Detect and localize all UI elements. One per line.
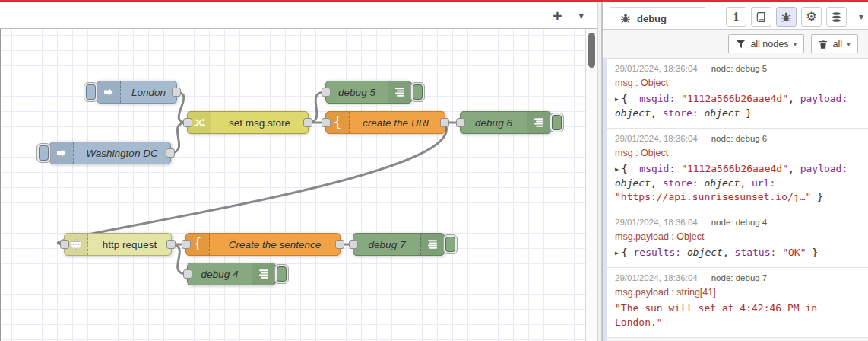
message-json[interactable]: "The sun will set at 4:42:46 PM in Londo… bbox=[615, 301, 861, 330]
json-token: , bbox=[740, 177, 752, 189]
expand-toggle-icon[interactable]: ▶ bbox=[615, 96, 619, 103]
json-token bbox=[681, 247, 687, 258]
wire-create-the-url-to-http-request[interactable] bbox=[58, 123, 446, 244]
json-token: { bbox=[622, 93, 634, 104]
debug-toggle-button[interactable] bbox=[550, 113, 564, 132]
json-token: store: bbox=[663, 177, 699, 189]
message-timestamp: 29/01/2024, 18:36:04 bbox=[615, 64, 698, 73]
info-icon[interactable]: i bbox=[726, 7, 746, 27]
output-port[interactable] bbox=[335, 240, 344, 249]
bug-icon bbox=[620, 13, 631, 24]
input-port[interactable] bbox=[182, 240, 191, 249]
filter-icon bbox=[736, 40, 746, 49]
input-port[interactable] bbox=[183, 269, 192, 279]
json-token: payload: bbox=[800, 93, 848, 104]
message-property: msg : Object bbox=[615, 78, 861, 88]
expand-toggle-icon[interactable]: ▶ bbox=[615, 250, 619, 257]
json-token: object bbox=[704, 107, 740, 119]
node-label: create the URL bbox=[350, 112, 445, 133]
debug-toggle-button[interactable] bbox=[274, 264, 289, 284]
scrollbar-thumb[interactable] bbox=[588, 33, 595, 68]
json-token: { bbox=[622, 247, 634, 258]
node-label: debug 6 bbox=[461, 112, 527, 133]
flow-list-dropdown-icon[interactable]: ▾ bbox=[577, 10, 585, 21]
message-meta: 29/01/2024, 18:36:04node: debug 6 bbox=[615, 134, 861, 143]
database-icon[interactable] bbox=[826, 7, 847, 27]
book-icon[interactable] bbox=[751, 7, 771, 27]
filter-nodes-button[interactable]: all nodes ▾ bbox=[728, 34, 804, 53]
debug-icon bbox=[252, 263, 275, 285]
message-property: msg.payload : string[41] bbox=[615, 287, 861, 298]
message-source-node: node: debug 7 bbox=[711, 273, 768, 282]
flow-node-debug-4[interactable]: debug 4 bbox=[187, 263, 276, 285]
flow-node-washington-dc[interactable]: Washington DC bbox=[49, 142, 171, 164]
debug-toggle-button[interactable] bbox=[410, 82, 425, 102]
json-token: object bbox=[615, 177, 651, 189]
filter-caret-icon: ▾ bbox=[793, 40, 797, 48]
json-token: } bbox=[811, 191, 823, 202]
input-port[interactable] bbox=[349, 240, 358, 249]
inject-button[interactable] bbox=[36, 143, 51, 163]
bug-icon[interactable] bbox=[776, 7, 797, 27]
wire-layer bbox=[1, 29, 585, 341]
message-json[interactable]: ▶{ _msgid: "1112a566b26aae4d", payload: … bbox=[615, 92, 861, 121]
json-token bbox=[675, 93, 681, 104]
json-token: object bbox=[704, 177, 740, 189]
message-source-node: node: debug 5 bbox=[711, 64, 768, 73]
flow-node-debug-5[interactable]: debug 5 bbox=[325, 81, 412, 104]
output-port[interactable] bbox=[172, 88, 181, 97]
inject-icon bbox=[50, 142, 74, 164]
debug-icon bbox=[388, 81, 411, 103]
json-token: , bbox=[651, 107, 663, 119]
flow-node-create-the-url[interactable]: {create the URL bbox=[325, 111, 445, 134]
flow-node-create-the-sentence[interactable]: {Create the sentence bbox=[185, 233, 341, 256]
input-port[interactable] bbox=[183, 118, 192, 127]
flow-node-debug-7[interactable]: debug 7 bbox=[353, 233, 445, 256]
input-port[interactable] bbox=[322, 118, 331, 127]
debug-icon bbox=[527, 112, 550, 133]
node-label: Create the sentence bbox=[210, 234, 340, 255]
flow-canvas[interactable]: LondonWashington DCset msg.store{create … bbox=[0, 29, 585, 341]
input-port[interactable] bbox=[322, 88, 331, 97]
flow-node-set-msg-store[interactable]: set msg.store bbox=[187, 111, 309, 134]
expand-toggle-icon[interactable]: ▶ bbox=[615, 166, 619, 173]
debug-toggle-button[interactable] bbox=[443, 234, 458, 254]
message-timestamp: 29/01/2024, 18:36:04 bbox=[615, 273, 698, 282]
json-token: , bbox=[723, 247, 735, 258]
json-token: } bbox=[740, 107, 752, 119]
json-token: status: bbox=[735, 247, 777, 258]
add-flow-button[interactable]: + bbox=[551, 8, 563, 24]
message-json[interactable]: ▶{ results: object, status: "OK" } bbox=[615, 246, 861, 260]
message-json[interactable]: ▶{ _msgid: "1112a566b26aae4d", payload: … bbox=[615, 162, 861, 206]
debug-icon bbox=[420, 234, 444, 255]
output-port[interactable] bbox=[440, 118, 449, 127]
node-label: Washington DC bbox=[74, 142, 170, 164]
json-token: payload: bbox=[800, 163, 848, 174]
message-property: msg.payload : Object bbox=[615, 231, 861, 242]
output-port[interactable] bbox=[166, 148, 175, 158]
node-label: debug 4 bbox=[188, 263, 252, 285]
trash-icon bbox=[819, 39, 828, 49]
flow-node-debug-6[interactable]: debug 6 bbox=[460, 111, 551, 134]
output-port[interactable] bbox=[166, 240, 176, 249]
filter-nodes-label: all nodes bbox=[750, 39, 788, 49]
output-port[interactable] bbox=[303, 118, 312, 127]
debug-toolbar: all nodes ▾ all ▾ bbox=[603, 30, 868, 59]
clear-messages-button[interactable]: all ▾ bbox=[811, 34, 858, 53]
input-port[interactable] bbox=[456, 118, 465, 127]
debug-sidebar: debug i⚙ ▾ all nodes ▾ all bbox=[602, 2, 868, 341]
flow-node-http-request[interactable]: http request bbox=[64, 233, 172, 256]
input-port[interactable] bbox=[60, 240, 69, 249]
gear-icon[interactable]: ⚙ bbox=[801, 7, 822, 27]
inject-button[interactable] bbox=[84, 82, 98, 102]
flow-node-london[interactable]: London bbox=[97, 81, 177, 104]
canvas-scrollbar[interactable] bbox=[585, 29, 597, 341]
node-label: debug 7 bbox=[353, 234, 420, 255]
debug-message: 29/01/2024, 18:36:04node: debug 6msg : O… bbox=[607, 129, 868, 213]
message-meta: 29/01/2024, 18:36:04node: debug 7 bbox=[615, 273, 861, 282]
tab-debug[interactable]: debug bbox=[610, 7, 705, 29]
json-token: _msgid: bbox=[633, 93, 675, 104]
sidebar-menu-caret-icon[interactable]: ▾ bbox=[859, 11, 863, 22]
json-token: , bbox=[788, 93, 800, 104]
message-property: msg : Object bbox=[615, 148, 861, 158]
